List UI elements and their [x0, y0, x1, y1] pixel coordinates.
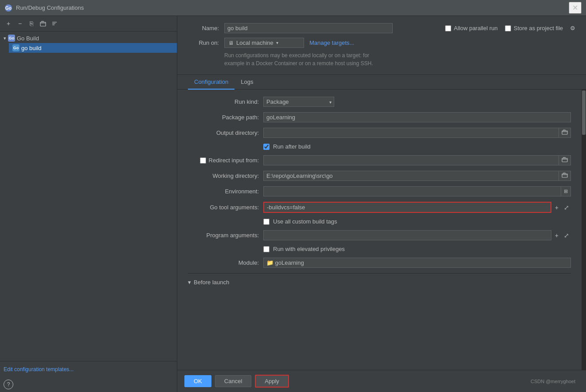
redirect-input-input[interactable] [263, 155, 559, 165]
allow-parallel-row: Allow parallel run [445, 25, 498, 31]
redirect-input-browse-button[interactable] [559, 155, 571, 165]
tree-item-label: go build [21, 45, 42, 51]
parallel-store-row: Allow parallel run Store as project file… [445, 25, 575, 31]
go-tool-args-expand-button[interactable]: ⤢ [562, 203, 571, 212]
program-arguments-input[interactable] [263, 230, 551, 240]
program-arguments-add-button[interactable]: + [553, 231, 560, 240]
gear-icon[interactable]: ⚙ [570, 25, 575, 31]
environment-input[interactable] [263, 186, 561, 196]
module-label: Module: [188, 259, 259, 266]
go-tool-args-input[interactable] [263, 202, 551, 213]
allow-parallel-checkbox[interactable] [445, 25, 451, 31]
run-kind-label: Run kind: [188, 98, 259, 105]
local-machine-icon: 🖥 [228, 40, 234, 46]
left-toolbar: + − ⎘ [0, 16, 177, 31]
redirect-input-label: Redirect input from: [188, 157, 259, 164]
go-tool-args-row: Go tool arguments: + ⤢ [188, 202, 571, 213]
before-launch-header[interactable]: ▾ Before launch [188, 277, 571, 287]
store-as-project-label: Store as project file [514, 25, 563, 31]
open-config-button[interactable] [38, 19, 48, 28]
go-tool-args-field: + ⤢ [263, 202, 571, 213]
run-on-label: Run on: [188, 39, 219, 46]
module-select[interactable]: 📁 goLearning [263, 258, 571, 268]
working-directory-input[interactable] [263, 171, 559, 181]
run-elevated-checkbox[interactable] [263, 246, 270, 252]
tabs: Configuration Logs [177, 75, 586, 90]
svg-rect-6 [562, 131, 567, 134]
name-top-row: Name: go build Allow parallel run Store … [188, 23, 575, 33]
allow-parallel-label: Allow parallel run [454, 25, 498, 31]
run-kind-select[interactable]: Package File Directory [263, 97, 334, 107]
hint-line2: example in a Docker Container or on a re… [224, 60, 373, 67]
edit-templates-link[interactable]: Edit configuration templates... [4, 366, 74, 372]
dialog-content: + − ⎘ [0, 16, 586, 392]
dialog-title: Run/Debug Configurations [16, 4, 565, 11]
close-button[interactable]: ✕ [569, 2, 582, 14]
right-panel: Name: go build Allow parallel run Store … [177, 16, 586, 392]
run-on-hint: Run configurations may be executed local… [224, 51, 575, 67]
name-input[interactable]: go build [224, 23, 393, 33]
tree-item-go-build[interactable]: Go go build [9, 43, 177, 53]
before-launch-section: ▾ Before launch [188, 273, 571, 287]
name-and-input: Name: go build [188, 23, 393, 33]
left-footer: ? [0, 377, 177, 392]
left-panel: + − ⎘ [0, 16, 177, 392]
svg-rect-7 [562, 158, 567, 162]
package-path-input[interactable] [263, 112, 571, 122]
right-scrollbar[interactable] [582, 90, 586, 370]
store-as-project-checkbox[interactable] [505, 25, 511, 31]
tree-group-go-build[interactable]: ▾ Go Go Build [0, 33, 177, 43]
config-tree: ▾ Go Go Build Go go build [0, 31, 177, 361]
run-after-build-label: Run after build [273, 143, 311, 150]
working-directory-label: Working directory: [188, 172, 259, 179]
custom-build-tags-label: Use all custom build tags [273, 218, 337, 225]
dialog-footer: OK Cancel Apply CSDN @merryghoet [177, 370, 586, 392]
sort-config-button[interactable] [50, 19, 59, 28]
add-config-button[interactable]: + [4, 19, 13, 28]
right-content-with-scroll: Run kind: Package File Directory ▾ P [177, 90, 586, 370]
module-row: Module: 📁 goLearning [188, 258, 571, 268]
environment-label: Environment: [188, 188, 259, 195]
watermark: CSDN @merryghoet [531, 379, 575, 384]
local-machine-label: Local machine [236, 39, 273, 46]
working-directory-browse-button[interactable] [559, 171, 571, 181]
module-select-wrap: 📁 goLearning [263, 258, 571, 268]
program-arguments-field: + ⤢ [263, 230, 571, 240]
run-after-build-checkbox[interactable] [263, 144, 270, 150]
package-path-label: Package path: [188, 114, 259, 121]
manage-targets-link[interactable]: Manage targets... [309, 39, 354, 46]
output-directory-input[interactable] [263, 128, 559, 138]
name-label: Name: [188, 25, 219, 31]
run-on-row: Run on: 🖥 Local machine ▾ Manage targets… [188, 38, 575, 48]
run-on-dropdown[interactable]: 🖥 Local machine ▾ [224, 38, 304, 48]
before-launch-arrow-icon: ▾ [188, 279, 191, 286]
output-directory-browse-button[interactable] [559, 128, 571, 138]
title-bar: Go Run/Debug Configurations ✕ [0, 0, 586, 16]
help-button[interactable]: ? [4, 380, 13, 389]
apply-button[interactable]: Apply [255, 375, 289, 388]
output-directory-field [263, 128, 571, 138]
environment-browse-button[interactable]: ⊞ [561, 186, 571, 196]
redirect-input-checkbox[interactable] [200, 157, 206, 164]
tree-group-arrow: ▾ [4, 35, 6, 41]
copy-config-button[interactable]: ⎘ [27, 19, 36, 28]
remove-config-button[interactable]: − [15, 19, 25, 28]
right-header: Name: go build Allow parallel run Store … [177, 16, 586, 75]
go-tool-args-label: Go tool arguments: [188, 204, 259, 211]
cancel-button[interactable]: Cancel [215, 375, 251, 387]
custom-build-tags-row: Use all custom build tags [263, 218, 571, 225]
program-arguments-expand-button[interactable]: ⤢ [562, 231, 571, 240]
ok-button[interactable]: OK [184, 375, 211, 387]
svg-rect-8 [562, 174, 567, 177]
go-tool-args-add-button[interactable]: + [553, 203, 560, 212]
environment-row: Environment: ⊞ [188, 186, 571, 196]
working-directory-field [263, 171, 571, 181]
tab-logs[interactable]: Logs [234, 75, 259, 90]
run-debug-dialog: Go Run/Debug Configurations ✕ + − ⎘ [0, 0, 586, 392]
working-directory-row: Working directory: [188, 171, 571, 181]
custom-build-tags-checkbox[interactable] [263, 219, 270, 225]
environment-field: ⊞ [263, 186, 571, 196]
tab-configuration[interactable]: Configuration [188, 75, 234, 90]
go-item-icon: Go [12, 44, 20, 51]
redirect-input-field [263, 155, 571, 165]
